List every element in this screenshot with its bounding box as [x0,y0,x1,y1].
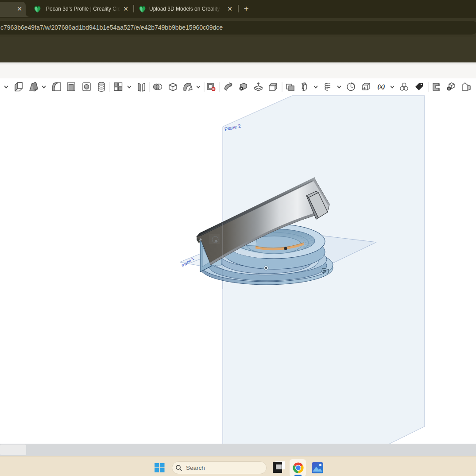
svg-text:(x): (x) [377,83,385,90]
